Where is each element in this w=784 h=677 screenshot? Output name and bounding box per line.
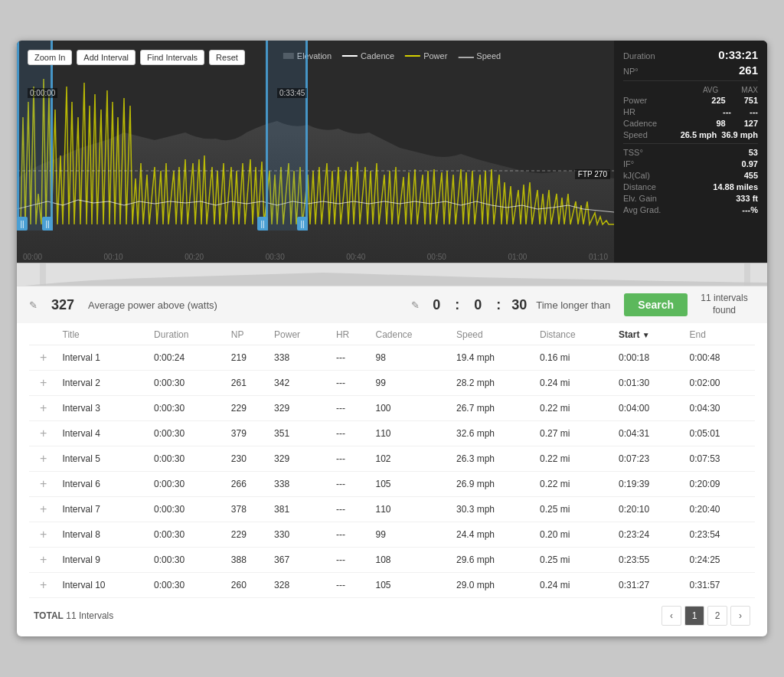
- end-4: 0:07:53: [684, 446, 755, 471]
- table-row: + Interval 6 0:00:30 266 338 --- 105 26.…: [29, 471, 755, 496]
- add-btn-0[interactable]: +: [29, 345, 58, 370]
- power-7: 330: [270, 522, 332, 547]
- col-title: Title: [58, 323, 150, 345]
- np-4: 230: [227, 446, 270, 471]
- table-row: + Interval 5 0:00:30 230 329 --- 102 26.…: [29, 446, 755, 471]
- col-start[interactable]: Start ▼: [614, 323, 684, 345]
- cadence-7: 99: [371, 522, 452, 547]
- hr-avg-value: ---: [723, 107, 731, 116]
- duration-1: 0:00:30: [149, 370, 227, 395]
- power-2: 329: [270, 395, 332, 420]
- prev-page-button[interactable]: ‹: [662, 606, 681, 626]
- time-minutes-value: 0: [467, 297, 488, 313]
- page-1-button[interactable]: 1: [684, 606, 704, 626]
- power-1: 342: [270, 370, 332, 395]
- hr-max-value: ---: [750, 107, 758, 116]
- zoom-in-button[interactable]: Zoom In: [28, 50, 72, 65]
- np-1: 261: [227, 370, 270, 395]
- distance-row: Distance 14.88 miles: [623, 182, 758, 191]
- avg-grad-label: Avg Grad.: [623, 205, 661, 214]
- time-label-text: Time longer than: [536, 299, 610, 311]
- np-2: 229: [227, 395, 270, 420]
- svg-rect-15: [40, 263, 46, 286]
- find-intervals-button[interactable]: Find Intervals: [140, 50, 204, 65]
- cadence-3: 110: [371, 420, 452, 446]
- add-btn-5[interactable]: +: [29, 471, 58, 496]
- col-add: [29, 323, 58, 345]
- hr-stat-label: HR: [623, 107, 635, 116]
- add-btn-8[interactable]: +: [29, 547, 58, 572]
- cadence-6: 110: [371, 496, 452, 522]
- add-btn-7[interactable]: +: [29, 522, 58, 547]
- title-8: Interval 9: [58, 547, 150, 572]
- add-btn-6[interactable]: +: [29, 496, 58, 522]
- duration-label: Duration: [623, 51, 655, 61]
- add-btn-1[interactable]: +: [29, 370, 58, 395]
- speed-0: 19.4 mph: [452, 345, 535, 370]
- svg-text:||: ||: [45, 220, 49, 228]
- pencil-icon-1[interactable]: ✎: [29, 299, 38, 311]
- reset-button[interactable]: Reset: [209, 50, 245, 65]
- page-2-button[interactable]: 2: [707, 606, 727, 626]
- cadence-8: 108: [371, 547, 452, 572]
- table-footer: TOTAL 11 Intervals ‹ 1 2 ›: [29, 598, 755, 629]
- speed-6: 30.3 mph: [452, 496, 535, 522]
- distance-8: 0.25 mi: [535, 547, 614, 572]
- add-btn-2[interactable]: +: [29, 395, 58, 420]
- search-button[interactable]: Search: [624, 293, 688, 316]
- svg-rect-3: [51, 41, 53, 231]
- duration-5: 0:00:30: [149, 471, 227, 496]
- add-btn-4[interactable]: +: [29, 446, 58, 471]
- end-2: 0:04:30: [684, 395, 755, 420]
- title-0: Interval 1: [58, 345, 150, 370]
- end-time-label: 0:33:45: [277, 88, 307, 98]
- np-row: NP° 261: [623, 64, 758, 77]
- distance-3: 0.27 mi: [535, 420, 614, 446]
- elv-gain-value: 333 ft: [736, 194, 758, 203]
- kj-value: 455: [744, 171, 758, 180]
- cadence-avg-value: 98: [716, 119, 725, 128]
- speed-3: 32.6 mph: [452, 420, 535, 446]
- col-np: NP: [227, 323, 270, 345]
- power-4: 329: [270, 446, 332, 471]
- ftp-label: FTP 270: [575, 169, 610, 179]
- duration-7: 0:00:30: [149, 522, 227, 547]
- start-2: 0:04:00: [614, 395, 684, 420]
- col-cadence: Cadence: [371, 323, 452, 345]
- hr-5: ---: [332, 471, 371, 496]
- duration-3: 0:00:30: [149, 420, 227, 446]
- np-7: 229: [227, 522, 270, 547]
- end-5: 0:20:09: [684, 471, 755, 496]
- title-5: Interval 6: [58, 471, 150, 496]
- duration-0: 0:00:24: [149, 345, 227, 370]
- distance-6: 0.25 mi: [535, 496, 614, 522]
- power-max-value: 751: [744, 96, 758, 105]
- hr-9: ---: [332, 572, 371, 597]
- duration-2: 0:00:30: [149, 395, 227, 420]
- add-interval-button[interactable]: Add Interval: [77, 50, 136, 65]
- col-distance: Distance: [535, 323, 614, 345]
- next-page-button[interactable]: ›: [730, 606, 750, 626]
- hr-0: ---: [332, 345, 371, 370]
- power-threshold-value: 327: [44, 297, 82, 313]
- svg-rect-6: [305, 41, 308, 231]
- distance-label: Distance: [623, 182, 656, 191]
- table-row: + Interval 1 0:00:24 219 338 --- 98 19.4…: [29, 345, 755, 370]
- sort-down-icon: ▼: [642, 331, 650, 339]
- add-btn-3[interactable]: +: [29, 420, 58, 446]
- end-0: 0:00:48: [684, 345, 755, 370]
- chart-svg: || || || ||: [17, 41, 614, 263]
- end-6: 0:20:40: [684, 496, 755, 522]
- add-btn-9[interactable]: +: [29, 572, 58, 597]
- svg-rect-4: [266, 41, 308, 231]
- stats-divider-2: [623, 143, 758, 144]
- distance-2: 0.22 mi: [535, 395, 614, 420]
- distance-4: 0.22 mi: [535, 446, 614, 471]
- start-8: 0:23:55: [614, 547, 684, 572]
- main-container: Zoom In Add Interval Find Intervals Rese…: [17, 41, 767, 636]
- duration-9: 0:00:30: [149, 572, 227, 597]
- speed-stat-label: Speed: [623, 130, 648, 139]
- speed-max-value: 36.9 mph: [721, 130, 758, 139]
- table-row: + Interval 2 0:00:30 261 342 --- 99 28.2…: [29, 370, 755, 395]
- pencil-icon-2[interactable]: ✎: [411, 299, 420, 311]
